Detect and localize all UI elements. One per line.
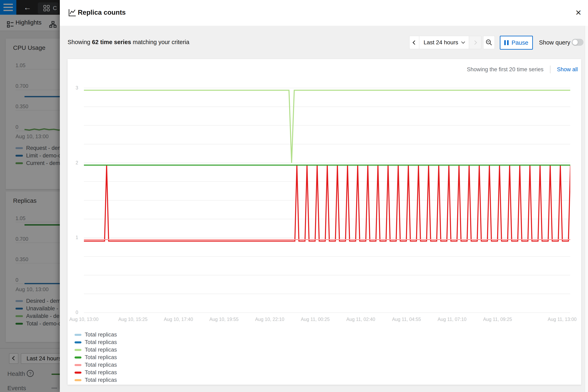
legend-item[interactable]: Total replicas	[74, 338, 117, 346]
legend-swatch	[74, 372, 82, 374]
pause-button[interactable]: Pause	[500, 36, 533, 50]
legend-label: Total replicas	[85, 339, 117, 346]
x-tick-label: Aug 11, 04:55	[392, 317, 421, 322]
x-axis-labels: Aug 10, 13:00Aug 10, 15:25Aug 10, 17:40A…	[84, 317, 570, 323]
x-tick-label: Aug 10, 15:25	[118, 317, 148, 322]
y-tick-label: 0	[76, 310, 78, 315]
legend-swatch	[74, 379, 82, 381]
legend-swatch	[74, 364, 82, 366]
show-all-link[interactable]: Show all	[557, 66, 578, 73]
legend-item[interactable]: Total replicas	[74, 331, 117, 338]
close-icon[interactable]: ✕	[572, 6, 584, 19]
toggle-knob	[572, 40, 578, 45]
legend-swatch	[74, 334, 82, 336]
x-tick-label: Aug 10, 13:00	[69, 317, 98, 322]
series-line	[84, 165, 570, 241]
legend-swatch	[74, 349, 82, 351]
legend-item[interactable]: Total replicas	[74, 369, 117, 376]
legend-swatch	[74, 341, 82, 344]
legend-item[interactable]: Total replicas	[74, 346, 117, 354]
replica-counts-plot	[84, 80, 570, 316]
zoom-out-button[interactable]	[483, 36, 495, 49]
legend-swatch	[74, 356, 82, 358]
legend-label: Total replicas	[85, 362, 117, 368]
modal-backdrop[interactable]	[0, 15, 60, 392]
modal-header: Replica counts ✕	[60, 0, 588, 26]
scrollbar[interactable]	[585, 26, 588, 392]
x-tick-label: Aug 10, 19:55	[209, 317, 238, 322]
series-count-summary: Showing 62 time series matching your cri…	[68, 39, 189, 46]
chart-legend: Total replicasTotal replicasTotal replic…	[74, 331, 117, 384]
chart-note: Showing the first 20 time series	[467, 66, 544, 73]
hamburger-icon	[4, 4, 13, 5]
modal-title: Replica counts	[78, 8, 126, 16]
back-arrow-icon[interactable]: ←	[22, 2, 33, 13]
time-range-back-button[interactable]	[409, 36, 419, 49]
y-tick-label: 3	[76, 85, 78, 91]
chevron-right-icon	[472, 40, 477, 44]
x-tick-label: Aug 11, 09:25	[483, 317, 512, 322]
legend-item[interactable]: Total replicas	[74, 376, 117, 384]
show-query-label: Show query	[539, 39, 570, 46]
pause-icon	[504, 40, 508, 45]
app-tab[interactable]: C	[38, 2, 58, 14]
legend-label: Total replicas	[85, 369, 117, 376]
x-tick-label: Aug 11, 07:10	[438, 317, 466, 322]
chevron-left-icon	[412, 40, 417, 44]
show-query-toggle[interactable]	[572, 39, 584, 46]
x-tick-label: Aug 11, 00:25	[301, 317, 330, 322]
time-range-forward-button[interactable]	[469, 36, 482, 49]
legend-label: Total replicas	[85, 354, 117, 360]
x-tick-label: Aug 11, 02:40	[346, 317, 375, 322]
x-tick-label: Aug 10, 17:40	[164, 317, 193, 322]
grid-icon	[43, 5, 50, 12]
screen: ← C Highlights	[0, 0, 588, 392]
x-tick-label: Aug 11, 13:00	[548, 317, 577, 322]
y-tick-label: 2	[76, 160, 78, 166]
replica-counts-modal: Replica counts ✕ Showing 62 time series …	[60, 0, 588, 392]
legend-label: Total replicas	[85, 347, 117, 353]
y-axis-labels: 3210	[68, 80, 79, 316]
chevron-down-icon	[462, 40, 465, 44]
app-tab-label: C	[53, 5, 57, 12]
divider	[550, 66, 550, 73]
chart-card: Showing the first 20 time series Show al…	[68, 59, 581, 385]
y-tick-label: 1	[76, 235, 78, 240]
zoom-out-icon	[485, 39, 493, 46]
legend-label: Total replicas	[85, 332, 117, 338]
nav-menu-button[interactable]	[0, 0, 16, 15]
x-tick-label: Aug 10, 22:10	[255, 317, 284, 322]
legend-label: Total replicas	[85, 377, 117, 383]
time-range-select[interactable]: Last 24 hours	[419, 36, 469, 49]
legend-item[interactable]: Total replicas	[74, 354, 117, 361]
series-line	[84, 90, 570, 163]
legend-item[interactable]: Total replicas	[74, 361, 117, 369]
trend-chart-icon	[68, 8, 76, 17]
